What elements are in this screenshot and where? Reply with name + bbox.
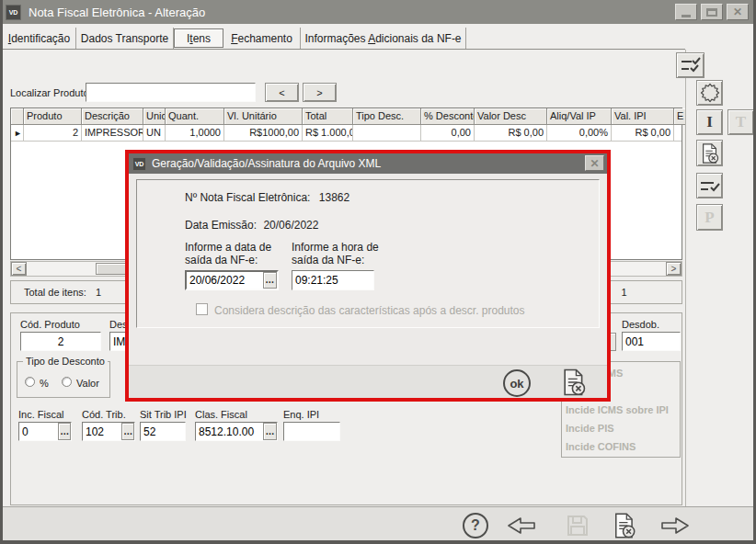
col-selector (11, 108, 24, 125)
cell-unid[interactable]: UN (143, 125, 166, 141)
help-icon: ? (471, 517, 480, 534)
col-aliq-val-ipi[interactable]: Aliq/Val IP (547, 108, 612, 125)
tab-dados-transporte[interactable]: Dados Transporte (76, 28, 174, 49)
floppy-disk-icon (568, 516, 587, 535)
seal-button[interactable] (696, 80, 723, 106)
cod-trib-lookup-button[interactable]: … (121, 423, 134, 440)
exit-date-input[interactable] (187, 272, 263, 289)
ellipsis-icon: … (265, 430, 274, 434)
tab-itens[interactable]: Itens (174, 28, 223, 48)
exit-date-calendar-button[interactable]: … (263, 272, 277, 289)
exit-time-label-line2: saída da NF-e: (292, 254, 364, 266)
desdob-field (622, 332, 681, 351)
cell-pct-desconto[interactable]: 0,00 (421, 125, 475, 141)
cod-trib-input[interactable] (83, 423, 121, 440)
table-row[interactable]: ► 2 IMPRESSORA UN 1,0000 R$1000,00 R$ 1.… (11, 125, 682, 142)
save-button-disabled (565, 513, 590, 538)
col-unid[interactable]: Unid (143, 108, 166, 125)
checklist-double-icon (680, 55, 702, 75)
close-icon: ✕ (590, 157, 599, 170)
valor-radio[interactable] (62, 377, 72, 387)
inc-fiscal-input[interactable] (19, 423, 58, 440)
minimize-icon (682, 15, 691, 17)
desdob-input[interactable] (623, 333, 680, 350)
col-descricao[interactable]: Descrição (82, 108, 143, 125)
minimize-button[interactable] (675, 4, 697, 20)
col-vl-unitario[interactable]: Vl. Unitário (224, 108, 303, 125)
maximize-icon (706, 8, 717, 17)
confirm-item-button[interactable] (696, 173, 723, 198)
item-number-value: 1 (621, 287, 626, 298)
text-button-disabled: T (727, 109, 754, 135)
application-window: VD Nota Fiscal Eletrônica - Alteração ✕ … (0, 0, 756, 544)
exit-date-field: … (185, 270, 279, 290)
inc-fiscal-lookup-button[interactable]: … (58, 423, 71, 440)
scroll-right-button[interactable]: > (666, 262, 682, 276)
maximize-button[interactable] (701, 4, 723, 20)
dialog-close-button[interactable]: ✕ (585, 155, 604, 171)
clas-fiscal-input[interactable] (196, 423, 263, 440)
document-cancel-icon (565, 369, 584, 394)
incide-pis-label: Incide PIS (566, 423, 614, 434)
document-cancel-icon (699, 142, 721, 164)
ellipsis-icon: … (123, 430, 132, 434)
col-produto[interactable]: Produto (24, 108, 82, 125)
exit-time-input[interactable] (292, 271, 373, 289)
dialog-cancel-button[interactable] (559, 368, 589, 397)
cell-descricao[interactable]: IMPRESSORA (82, 125, 143, 141)
arrow-left-icon (509, 518, 534, 533)
cancel-document-button[interactable] (696, 140, 723, 166)
exit-time-field (292, 270, 374, 290)
exit-time-label-line1: Informe a hora de (292, 241, 379, 254)
close-icon: ✕ (733, 6, 742, 18)
tab-informacoes-adicionais[interactable]: Informações Adicionais da NF-e (301, 28, 466, 49)
dialog-title-bar: VD Geração/Validação/Assinatura do Arqui… (129, 153, 607, 174)
cell-tipo-desc[interactable] (353, 125, 421, 141)
cod-trib-label: Cód. Trib. (82, 409, 126, 420)
cell-aliq-ipi[interactable]: 0,00% (547, 125, 612, 141)
cell-val-ipi[interactable]: R$ 0,00 (612, 125, 674, 141)
col-val-ipi[interactable]: Val. IPI (612, 108, 674, 125)
back-button[interactable] (505, 515, 538, 537)
col-pct-desconto[interactable]: % Desconto (421, 108, 475, 125)
search-prev-button[interactable]: < (265, 83, 299, 102)
scroll-left-button[interactable]: < (11, 262, 27, 276)
search-next-button[interactable]: > (303, 83, 337, 102)
ellipsis-icon: … (265, 278, 274, 282)
col-tipo-desc[interactable]: Tipo Desc. (353, 108, 421, 125)
cod-produto-input[interactable] (21, 333, 100, 350)
bottom-toolbar: ? (0, 506, 756, 544)
enq-ipi-input[interactable] (284, 423, 339, 440)
considera-descricao-label: Considera descrição das características … (214, 304, 525, 317)
clas-fiscal-lookup-button[interactable]: … (263, 423, 277, 440)
close-button[interactable]: ✕ (727, 4, 749, 20)
forward-button[interactable] (659, 515, 692, 537)
tab-fechamento[interactable]: Fechamento (223, 28, 301, 49)
cell-quant[interactable]: 1,0000 (166, 125, 224, 141)
search-input[interactable] (86, 84, 255, 101)
inc-fiscal-label: Inc. Fiscal (18, 409, 64, 420)
col-total[interactable]: Total (303, 108, 353, 125)
enq-ipi-label: Enq. IPI (283, 409, 319, 420)
checklist-icon (699, 176, 721, 196)
help-button[interactable]: ? (463, 513, 488, 538)
tab-identificacao[interactable]: Identificação (3, 28, 76, 49)
italic-button[interactable]: I (696, 109, 723, 135)
inc-fiscal-field: … (18, 422, 72, 441)
ok-button[interactable]: ok (503, 369, 531, 397)
pct-radio[interactable] (25, 377, 35, 387)
confirm-all-button[interactable] (676, 52, 704, 78)
sit-trib-input[interactable] (141, 423, 185, 440)
cell-produto[interactable]: 2 (24, 125, 82, 141)
cancel-nfe-button[interactable] (611, 512, 638, 539)
cell-vl-unitario[interactable]: R$1000,00 (224, 125, 303, 141)
col-valor-desc[interactable]: Valor Desc (475, 108, 547, 125)
dialog-logo-icon: VD (132, 157, 146, 171)
row-marker-icon: ► (11, 125, 24, 141)
col-cut[interactable]: E (674, 108, 685, 125)
emission-label: Data Emissão: (185, 219, 257, 232)
cell-total[interactable]: R$ 1.000,00 (303, 125, 353, 141)
col-quant[interactable]: Quant. (166, 108, 224, 125)
cell-valor-desc[interactable]: R$ 0,00 (475, 125, 547, 141)
table-header-row: Produto Descrição Unid Quant. Vl. Unitár… (11, 108, 682, 125)
